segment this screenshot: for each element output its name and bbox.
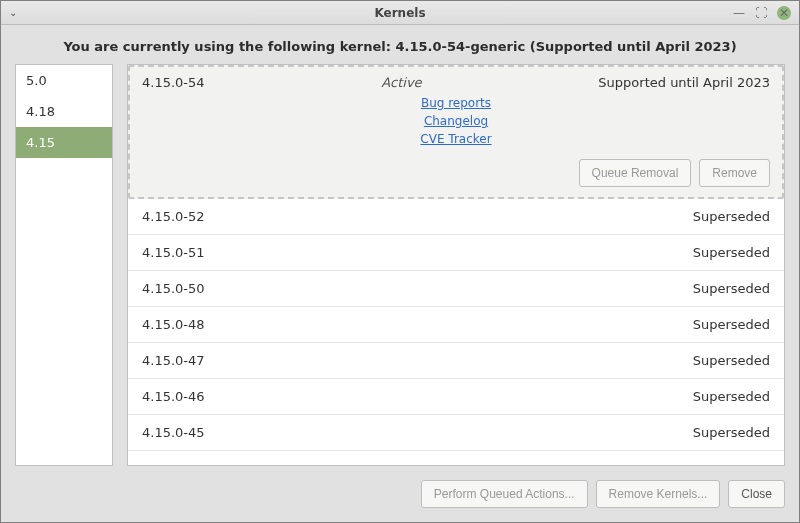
kernels-window: ⌄ Kernels — ⛶ ✕ You are currently using …	[0, 0, 800, 523]
kernel-version: 4.15.0-52	[142, 209, 205, 224]
window-menu-icon[interactable]: ⌄	[1, 7, 25, 18]
window-controls: — ⛶ ✕	[733, 6, 799, 20]
content-area: You are currently using the following ke…	[1, 25, 799, 522]
active-version: 4.15.0-54	[142, 75, 205, 90]
sidebar-item-label: 4.18	[26, 104, 55, 119]
active-links: Bug reports Changelog CVE Tracker	[142, 94, 770, 149]
active-support: Supported until April 2023	[598, 75, 770, 90]
kernel-status: Superseded	[693, 281, 770, 296]
kernel-series-sidebar: 5.0 4.18 4.15	[15, 64, 113, 466]
kernel-status: Superseded	[693, 209, 770, 224]
changelog-link[interactable]: Changelog	[424, 114, 488, 128]
remove-kernels-button[interactable]: Remove Kernels...	[596, 480, 721, 508]
cve-tracker-link[interactable]: CVE Tracker	[420, 132, 491, 146]
main-row: 5.0 4.18 4.15 4.15.0-54 Active Suppo	[15, 64, 785, 466]
kernel-row[interactable]: 4.15.0-52 Superseded	[128, 199, 784, 235]
kernel-status: Superseded	[693, 245, 770, 260]
queue-removal-button[interactable]: Queue Removal	[579, 159, 692, 187]
titlebar: ⌄ Kernels — ⛶ ✕	[1, 1, 799, 25]
kernel-row[interactable]: 4.15.0-51 Superseded	[128, 235, 784, 271]
kernel-status: Superseded	[693, 317, 770, 332]
kernel-row[interactable]: 4.15.0-45 Superseded	[128, 415, 784, 451]
footer-buttons: Perform Queued Actions... Remove Kernels…	[15, 476, 785, 508]
sidebar-item-5-0[interactable]: 5.0	[16, 65, 112, 96]
sidebar-item-label: 5.0	[26, 73, 47, 88]
close-button[interactable]: Close	[728, 480, 785, 508]
current-kernel-heading: You are currently using the following ke…	[15, 39, 785, 54]
perform-queued-button[interactable]: Perform Queued Actions...	[421, 480, 588, 508]
bug-reports-link[interactable]: Bug reports	[421, 96, 491, 110]
kernel-version: 4.15.0-48	[142, 317, 205, 332]
sidebar-item-4-15[interactable]: 4.15	[16, 127, 112, 158]
close-icon[interactable]: ✕	[777, 6, 791, 20]
kernel-status: Superseded	[693, 425, 770, 440]
active-kernel-panel: 4.15.0-54 Active Supported until April 2…	[128, 65, 784, 199]
remove-button[interactable]: Remove	[699, 159, 770, 187]
maximize-icon[interactable]: ⛶	[755, 6, 767, 20]
sidebar-item-label: 4.15	[26, 135, 55, 150]
kernel-row[interactable]: 4.15.0-50 Superseded	[128, 271, 784, 307]
active-top-row: 4.15.0-54 Active Supported until April 2…	[142, 75, 770, 90]
kernel-status: Superseded	[693, 353, 770, 368]
kernel-list: 4.15.0-52 Superseded 4.15.0-51 Supersede…	[128, 199, 784, 465]
kernel-detail-panel: 4.15.0-54 Active Supported until April 2…	[127, 64, 785, 466]
kernel-version: 4.15.0-50	[142, 281, 205, 296]
kernel-row[interactable]: 4.15.0-47 Superseded	[128, 343, 784, 379]
kernel-version: 4.15.0-51	[142, 245, 205, 260]
window-title: Kernels	[1, 6, 799, 20]
sidebar-item-4-18[interactable]: 4.18	[16, 96, 112, 127]
kernel-row[interactable]: 4.15.0-48 Superseded	[128, 307, 784, 343]
active-status: Active	[381, 75, 421, 90]
kernel-version: 4.15.0-45	[142, 425, 205, 440]
kernel-version: 4.15.0-46	[142, 389, 205, 404]
minimize-icon[interactable]: —	[733, 6, 745, 20]
active-buttons: Queue Removal Remove	[142, 159, 770, 187]
kernel-version: 4.15.0-47	[142, 353, 205, 368]
kernel-row[interactable]: 4.15.0-46 Superseded	[128, 379, 784, 415]
kernel-status: Superseded	[693, 389, 770, 404]
